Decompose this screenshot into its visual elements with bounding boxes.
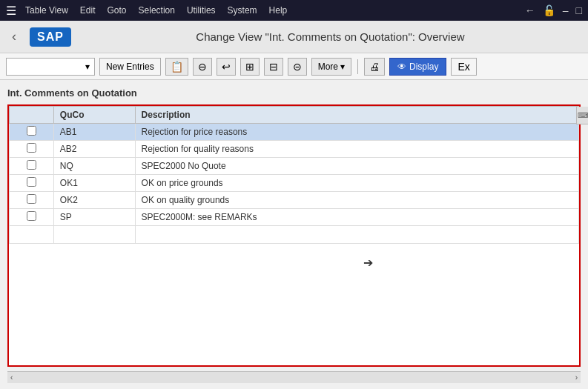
row-quo-cell: SP [53,209,135,226]
right-icon-1[interactable]: ⌨ [577,107,588,124]
scroll-right-arrow[interactable]: › [575,373,578,382]
menu-goto[interactable]: Goto [108,5,127,16]
table-body: AB1Rejection for price reasonsAB2Rejecti… [10,124,579,244]
table-header-row: QuCo Description [10,107,579,124]
menu-utilities[interactable]: Utilities [187,5,216,16]
back-button[interactable]: ‹ [7,29,21,44]
new-entries-button[interactable]: New Entries [99,58,161,76]
row-checkbox[interactable] [27,177,36,187]
table-row[interactable]: SPSPEC2000M: see REMARKs [10,209,579,226]
menu-edit[interactable]: Edit [80,5,96,16]
row-desc-cell: Rejection for quality reasons [135,141,578,158]
row-checkbox-cell [10,141,54,158]
table-row[interactable]: OK2OK on quality grounds [10,192,579,209]
data-table: QuCo Description AB1Rejection for price … [9,106,579,244]
menu-selection[interactable]: Selection [139,5,175,16]
hamburger-menu[interactable]: ☰ [6,4,16,18]
row-quo-cell: NQ [53,158,135,175]
title-bar: ☰ Table View Edit Goto Selection Utiliti… [0,0,588,21]
empty-cell [10,226,54,244]
row-checkbox[interactable] [27,160,36,170]
row-desc-cell: SPEC2000M: see REMARKs [135,209,578,226]
row-checkbox[interactable] [27,211,36,221]
row-quo-cell: OK2 [53,192,135,209]
print-icon-button[interactable]: 🖨 [364,58,385,76]
row-quo-cell: AB2 [53,141,135,158]
table-row-empty [10,226,579,244]
more-button[interactable]: More ▾ [311,58,351,76]
menu-tableview[interactable]: Table View [25,5,68,16]
menu-help[interactable]: Help [269,5,288,16]
table-row[interactable]: NQSPEC2000 No Quote [10,158,579,175]
empty-cell [135,226,578,244]
sap-logo: SAP [30,27,71,47]
content-area: Int. Comments on Quotation QuCo Descript… [0,80,588,389]
sap-header: ‹ SAP Change View "Int. Comments on Quot… [0,21,588,53]
col-header-check [10,107,54,124]
table-row[interactable]: OK1OK on price grounds [10,175,579,192]
row-checkbox-cell [10,158,54,175]
row-checkbox-cell [10,175,54,192]
right-icon-panel: ⌨ [576,107,588,124]
empty-cell [53,226,135,244]
display-button[interactable]: 👁 Display [389,58,446,76]
row-quo-cell: OK1 [53,175,135,192]
row-checkbox-cell [10,209,54,226]
row-checkbox[interactable] [27,194,36,204]
chevron-down-icon: ▾ [85,61,90,72]
row-checkbox-cell [10,124,54,141]
table-row[interactable]: AB1Rejection for price reasons [10,124,579,141]
row-checkbox-cell [10,192,54,209]
layout2-icon-button[interactable]: ⊟ [264,58,283,76]
more-chevron-icon: ▾ [340,61,345,72]
delete-icon-button[interactable]: ⊖ [193,58,212,76]
layout1-icon-button[interactable]: ⊞ [240,58,260,76]
title-bar-controls: ← 🔓 – □ [525,4,582,16]
minimize-icon[interactable]: – [563,4,569,16]
menu-bar: Table View Edit Goto Selection Utilities… [25,5,287,16]
col-header-quo: QuCo [53,107,135,124]
toolbar: ▾ New Entries 📋 ⊖ ↩ ⊞ ⊟ ⊝ More ▾ 🖨 👁 Dis… [0,53,588,80]
toolbar-separator [357,59,358,74]
display-icon: 👁 [397,61,406,72]
row-quo-cell: AB1 [53,124,135,141]
row-checkbox[interactable] [27,126,36,136]
row-desc-cell: SPEC2000 No Quote [135,158,578,175]
section-title: Int. Comments on Quotation [7,86,581,100]
table-row[interactable]: AB2Rejection for quality reasons [10,141,579,158]
copy-icon-button[interactable]: 📋 [165,58,188,76]
scroll-left-arrow[interactable]: ‹ [10,373,13,382]
page-title: Change View "Int. Comments on Quotation"… [80,30,581,43]
lock-icon: 🔓 [543,4,555,16]
menu-system[interactable]: System [228,5,257,16]
extra-button[interactable]: Ex [451,58,476,76]
col-header-desc: Description [135,107,578,124]
row-desc-cell: Rejection for price reasons [135,124,578,141]
back-nav-icon[interactable]: ← [525,4,535,16]
row-desc-cell: OK on quality grounds [135,192,578,209]
layout3-icon-button[interactable]: ⊝ [288,58,307,76]
row-checkbox[interactable] [27,143,36,153]
horizontal-scrollbar[interactable]: ‹ › [7,371,581,383]
undo-icon-button[interactable]: ↩ [217,58,236,76]
toolbar-dropdown[interactable]: ▾ [6,58,95,76]
table-wrapper: QuCo Description AB1Rejection for price … [7,104,581,367]
maximize-icon[interactable]: □ [576,4,582,16]
row-desc-cell: OK on price grounds [135,175,578,192]
